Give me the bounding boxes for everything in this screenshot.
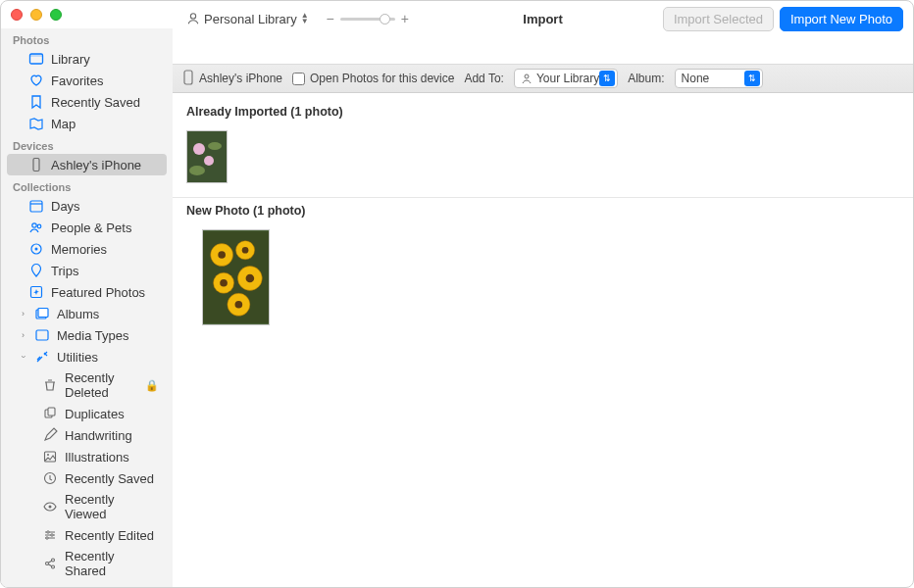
sidebar-item-duplicates[interactable]: Duplicates	[7, 403, 167, 424]
sidebar-item-recently-deleted[interactable]: Recently Deleted🔒	[7, 368, 167, 403]
sidebar-item-featured[interactable]: Featured Photos	[7, 281, 167, 303]
import-new-button[interactable]: Import New Photo	[780, 7, 903, 31]
phone-icon	[28, 157, 44, 172]
svg-point-27	[525, 74, 529, 78]
zoom-slider[interactable]: − +	[327, 11, 409, 26]
svg-point-21	[46, 537, 48, 539]
section-already-imported: Already Imported (1 photo)	[173, 99, 913, 124]
svg-point-22	[46, 563, 49, 565]
sidebar-item-map[interactable]: Map	[7, 113, 167, 134]
sidebar-header-photos: Photos	[1, 28, 173, 48]
zoom-window[interactable]	[50, 9, 62, 21]
section-new-photo: New Photo (1 photo)	[173, 198, 913, 223]
memories-icon	[28, 241, 44, 257]
svg-rect-14	[48, 408, 55, 416]
svg-point-18	[49, 506, 52, 509]
sidebar-item-recently-saved2[interactable]: Recently Saved	[7, 467, 167, 489]
mediatypes-icon	[34, 327, 50, 343]
pencil-icon	[42, 427, 58, 443]
svg-point-24	[52, 565, 55, 568]
page-title: Import	[523, 12, 562, 26]
zoom-in-icon[interactable]: +	[401, 11, 409, 26]
eye-icon	[42, 499, 58, 514]
sidebar-item-mediatypes[interactable]: ›Media Types	[7, 324, 167, 346]
minimize-window[interactable]	[30, 9, 42, 21]
svg-point-20	[51, 534, 53, 536]
lock-icon: 🔒	[145, 379, 159, 392]
svg-point-41	[246, 274, 255, 283]
map-icon	[28, 116, 44, 131]
sidebar-item-memories[interactable]: Memories	[7, 238, 167, 260]
sidebar-item-recently-saved[interactable]: Recently Saved	[7, 91, 167, 113]
svg-point-16	[47, 454, 49, 456]
chevron-down-icon[interactable]: ›	[19, 353, 28, 362]
album-label: Album:	[628, 72, 664, 85]
save-icon	[42, 470, 58, 486]
sidebar-item-imports[interactable]: Imports	[7, 581, 167, 587]
svg-point-8	[35, 248, 38, 251]
slider-track[interactable]	[340, 18, 395, 21]
tools-icon	[34, 349, 50, 365]
calendar-icon	[28, 198, 44, 214]
person-icon	[186, 12, 200, 25]
zoom-out-icon[interactable]: −	[327, 11, 334, 26]
sidebar-item-recently-shared[interactable]: Recently Shared	[7, 546, 167, 581]
trash-icon	[42, 377, 58, 393]
sparkle-icon	[28, 284, 44, 300]
svg-point-29	[193, 143, 205, 155]
svg-rect-4	[30, 201, 42, 212]
illustration-icon	[42, 449, 58, 465]
sidebar-item-device-iphone[interactable]: Ashley's iPhone	[7, 154, 167, 175]
addto-popup[interactable]: Your Library ⇅	[514, 69, 618, 88]
sidebar-item-recently-viewed[interactable]: Recently Viewed	[7, 489, 167, 524]
sidebar-item-utilities[interactable]: ›Utilities	[7, 346, 167, 368]
svg-point-39	[218, 251, 226, 259]
sidebar: Photos Library Favorites Recently Saved …	[1, 28, 173, 587]
sidebar-item-favorites[interactable]: Favorites	[7, 70, 167, 91]
pin-icon	[28, 263, 44, 278]
svg-point-40	[242, 247, 249, 254]
sidebar-item-recently-edited[interactable]: Recently Edited	[7, 524, 167, 546]
sidebar-item-albums[interactable]: ›Albums	[7, 303, 167, 324]
share-icon	[42, 556, 58, 571]
svg-point-31	[208, 142, 222, 150]
sidebar-item-illustrations[interactable]: Illustrations	[7, 446, 167, 467]
svg-point-5	[32, 223, 36, 227]
sidebar-item-people[interactable]: People & Pets	[7, 217, 167, 238]
svg-rect-12	[36, 330, 48, 340]
svg-point-19	[47, 531, 49, 533]
sidebar-item-trips[interactable]: Trips	[7, 260, 167, 281]
sidebar-item-library[interactable]: Library	[7, 48, 167, 70]
sidebar-item-handwriting[interactable]: Handwriting	[7, 424, 167, 446]
library-picker[interactable]: Personal Library ▲▼	[182, 10, 313, 28]
phone-icon	[182, 70, 194, 88]
thumbnail-new-1[interactable]	[202, 229, 270, 325]
person-icon	[521, 73, 533, 84]
chevron-right-icon[interactable]: ›	[19, 309, 27, 318]
svg-rect-26	[184, 71, 192, 84]
open-photos-checkbox[interactable]: Open Photos for this device	[292, 72, 454, 85]
library-icon	[28, 51, 44, 67]
svg-point-23	[52, 559, 55, 562]
updown-icon: ▲▼	[301, 13, 309, 24]
heart-icon	[28, 73, 44, 88]
svg-point-30	[204, 156, 214, 166]
import-selected-button: Import Selected	[663, 7, 774, 31]
import-subtoolbar: Ashley's iPhone Open Photos for this dev…	[173, 64, 913, 93]
import-content: Already Imported (1 photo) New Photo (1 …	[173, 93, 913, 587]
chevron-right-icon[interactable]: ›	[19, 330, 27, 340]
sliders-icon	[42, 527, 58, 543]
svg-point-42	[220, 279, 228, 287]
duplicates-icon	[42, 406, 58, 421]
open-photos-input[interactable]	[292, 73, 305, 85]
close-window[interactable]	[11, 9, 23, 21]
svg-point-6	[37, 224, 41, 228]
svg-point-0	[190, 14, 195, 19]
sidebar-header-collections: Collections	[1, 175, 173, 195]
album-popup[interactable]: None ⇅	[675, 69, 763, 88]
slider-knob[interactable]	[380, 14, 390, 24]
albums-icon	[34, 306, 50, 321]
thumbnail-already-1[interactable]	[186, 130, 228, 183]
sidebar-item-days[interactable]: Days	[7, 195, 167, 217]
device-label: Ashley's iPhone	[182, 70, 282, 88]
